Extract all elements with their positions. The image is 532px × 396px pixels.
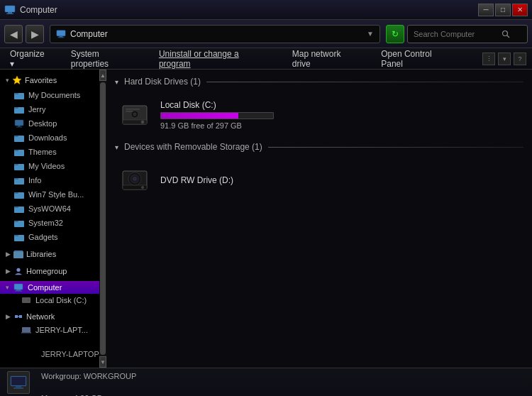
view-toggle-icon[interactable]: ▾	[498, 53, 511, 65]
organize-menu[interactable]: Organize ▾	[6, 46, 55, 72]
sidebar: ▾ Favorites My Documents Jerr	[0, 70, 99, 368]
svg-marker-8	[13, 76, 21, 84]
system32-label: System32	[28, 219, 63, 227]
svg-rect-32	[13, 251, 23, 258]
local-disk-progress-fill	[161, 113, 238, 119]
sidebar-item-system32[interactable]: System32	[0, 216, 99, 230]
forward-button[interactable]: ▶	[26, 25, 44, 43]
hard-disk-section-header: ▾ Hard Disk Drives (1)	[115, 77, 523, 87]
svg-rect-25	[14, 192, 18, 194]
svg-rect-12	[14, 107, 18, 109]
svg-rect-15	[16, 127, 22, 128]
svg-point-59	[142, 187, 144, 189]
sidebar-item-desktop[interactable]: Desktop	[0, 116, 99, 131]
homegroup-header[interactable]: ▶ Homegroup	[0, 264, 99, 278]
search-input[interactable]	[414, 30, 499, 38]
back-button[interactable]: ◀	[4, 25, 23, 43]
system-properties-menu[interactable]: System properties	[67, 46, 143, 72]
address-bar[interactable]: Computer ▼	[50, 25, 380, 43]
favorites-chevron: ▾	[6, 77, 9, 84]
address-text: Computer	[70, 29, 108, 39]
removable-chevron: ▾	[115, 143, 118, 151]
sidebar-item-local-disk-c[interactable]: Local Disk (C:)	[0, 294, 99, 307]
status-workgroup: Workgroup: WORKGROUP	[41, 371, 180, 382]
svg-rect-42	[19, 315, 22, 318]
map-network-menu[interactable]: Map network drive	[288, 46, 365, 72]
sidebar-item-themes[interactable]: Themes	[0, 145, 99, 159]
favorites-icon	[12, 75, 22, 85]
sidebar-item-my-videos[interactable]: My Videos	[0, 159, 99, 173]
sidebar-item-my-documents[interactable]: My Documents	[0, 88, 99, 102]
gadgets-icon	[14, 232, 24, 242]
sidebar-scrollbar[interactable]: ▲ ▼	[99, 70, 106, 368]
homegroup-section: ▶ Homegroup	[0, 264, 99, 278]
minimize-button[interactable]: ─	[478, 4, 494, 16]
svg-rect-19	[14, 150, 18, 151]
computer-chevron: ▾	[6, 284, 9, 291]
local-disk-icon	[118, 98, 152, 132]
control-panel-menu[interactable]: Open Control Panel	[377, 46, 460, 72]
dvd-drive-item[interactable]: DVD RW Drive (D:)	[115, 160, 523, 200]
dvd-drive-icon	[118, 163, 152, 197]
sidebar-item-jerry[interactable]: Jerry	[0, 102, 99, 116]
local-disk-progress-bar	[160, 112, 274, 119]
svg-rect-61	[16, 386, 21, 387]
status-bar: JERRY-LAPTOP Workgroup: WORKGROUP Memory…	[0, 368, 532, 396]
svg-rect-44	[22, 327, 31, 332]
svg-rect-29	[14, 221, 18, 222]
network-icon	[13, 312, 23, 321]
svg-rect-45	[21, 332, 31, 334]
computer-sidebar-icon	[13, 283, 23, 292]
svg-rect-27	[14, 207, 18, 208]
sidebar-item-syswow64[interactable]: SysWOW64	[0, 202, 99, 216]
close-button[interactable]: ✕	[512, 4, 528, 16]
hard-disk-section-line	[206, 82, 523, 82]
jerry-label: Jerry	[28, 105, 45, 114]
sidebar-item-computer[interactable]: ▾ Computer	[0, 281, 99, 294]
sidebar-item-win7-style[interactable]: Win7 Style Bu...	[0, 187, 99, 202]
computer-address-icon	[56, 29, 66, 39]
desktop-label: Desktop	[28, 119, 57, 128]
libraries-section: ▶ Libraries	[0, 247, 99, 261]
libraries-label: Libraries	[26, 250, 56, 258]
svg-rect-1	[8, 12, 12, 13]
scrollbar-down-arrow[interactable]: ▼	[99, 356, 106, 368]
syswow-icon	[14, 204, 24, 214]
svg-point-49	[142, 121, 143, 123]
local-disk-info: Local Disk (C:) 91.9 GB free of 297 GB	[160, 100, 274, 130]
favorites-header[interactable]: ▾ Favorites	[0, 72, 99, 88]
svg-rect-2	[6, 13, 13, 14]
title-bar-left: Computer	[4, 4, 57, 16]
sidebar-item-info[interactable]: Info	[0, 173, 99, 187]
removable-section-header: ▾ Devices with Removable Storage (1)	[115, 142, 523, 152]
local-disk-item[interactable]: Local Disk (C:) 91.9 GB free of 297 GB	[115, 95, 523, 135]
scrollbar-thumb[interactable]	[100, 82, 106, 355]
search-bar[interactable]	[407, 25, 528, 43]
sidebar-item-downloads[interactable]: Downloads	[0, 131, 99, 145]
menu-bar: Organize ▾ System properties Uninstall o…	[0, 48, 532, 70]
view-options-icon[interactable]: ⋮	[482, 53, 495, 65]
network-header[interactable]: ▶ Network	[0, 309, 99, 324]
svg-rect-5	[58, 37, 65, 38]
libraries-chevron: ▶	[6, 251, 11, 258]
svg-rect-3	[57, 30, 65, 35]
gadgets-label: Gadgets	[28, 233, 58, 241]
local-disk-size: 91.9 GB free of 297 GB	[160, 121, 274, 130]
help-icon[interactable]: ?	[514, 53, 526, 65]
folder-icon-jerry	[14, 104, 24, 114]
maximize-button[interactable]: □	[495, 4, 511, 16]
uninstall-menu[interactable]: Uninstall or change a program	[155, 46, 277, 72]
title-controls: ─ □ ✕	[478, 4, 528, 16]
svg-point-40	[28, 299, 29, 301]
computer-title-icon	[4, 4, 16, 16]
scrollbar-up-arrow[interactable]: ▲	[99, 70, 106, 81]
address-dropdown-icon[interactable]: ▼	[367, 30, 374, 38]
svg-rect-4	[59, 35, 62, 37]
refresh-button[interactable]: ↻	[386, 25, 404, 43]
computer-section: ▾ Computer Local Disk (C:)	[0, 281, 99, 307]
sidebar-item-gadgets[interactable]: Gadgets	[0, 230, 99, 244]
sidebar-item-jerry-laptop[interactable]: JERRY-LAPT...	[0, 324, 99, 336]
libraries-header[interactable]: ▶ Libraries	[0, 247, 99, 261]
svg-rect-50	[126, 109, 140, 110]
my-videos-label: My Videos	[28, 162, 65, 170]
